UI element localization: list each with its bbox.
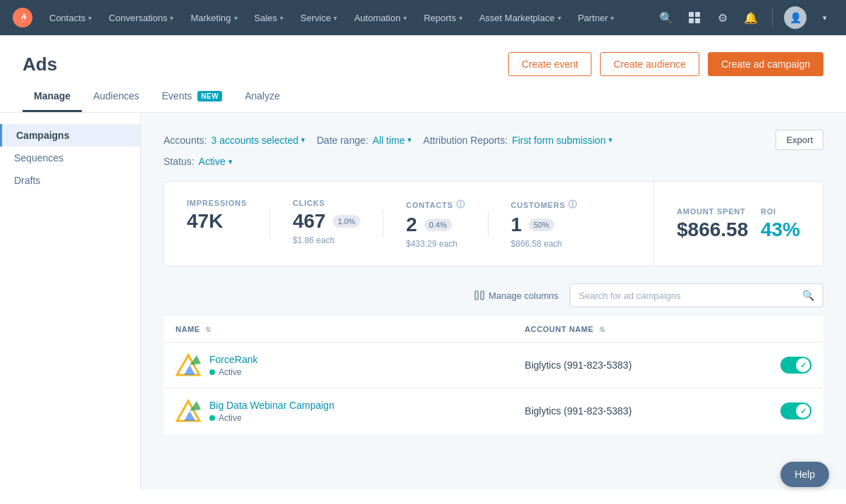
sidebar: Campaigns Sequences Drafts <box>0 113 141 490</box>
table-cell-name-bigdata: Big Data Webinar Campaign Active <box>164 388 514 434</box>
status-filter-button[interactable]: Active ▾ <box>199 156 233 167</box>
stat-amount-spent: AMOUNT SPENT $866.58 <box>677 207 748 241</box>
contacts-info-icon[interactable]: ⓘ <box>456 199 465 211</box>
campaign-name-forcerank[interactable]: ForceRank <box>209 354 257 365</box>
sidebar-item-campaigns[interactable]: Campaigns <box>0 124 140 147</box>
svg-rect-6 <box>481 291 484 300</box>
account-chevron-icon[interactable]: ▾ <box>815 8 835 27</box>
table-cell-account-forcerank: Biglytics (991-823-5383) ✓ <box>513 343 823 388</box>
status-chevron-icon: ▾ <box>228 157 233 166</box>
date-range-filter-button[interactable]: All time ▾ <box>372 135 412 146</box>
page-wrapper: Ads Create event Create audience Create … <box>0 35 846 504</box>
nav-conversations[interactable]: Conversations ▾ <box>102 8 180 27</box>
conversations-chevron-icon: ▾ <box>170 14 173 22</box>
help-button[interactable]: Help <box>780 462 829 487</box>
automation-chevron-icon: ▾ <box>403 14 407 22</box>
status-filter-label: Status: <box>164 156 195 167</box>
hubspot-logo[interactable] <box>11 6 34 29</box>
table-header-name: NAME ⇅ <box>164 316 514 343</box>
create-event-button[interactable]: Create event <box>508 52 591 76</box>
reports-chevron-icon: ▾ <box>459 14 462 22</box>
partner-chevron-icon: ▾ <box>611 14 614 22</box>
top-navigation: Contacts ▾ Conversations ▾ Marketing ▾ S… <box>0 0 846 35</box>
sidebar-item-drafts[interactable]: Drafts <box>0 169 140 192</box>
date-range-filter-label: Date range: <box>317 135 368 146</box>
stats-main: IMPRESSIONS 47K CLICKS 467 1.0% $1.8 <box>164 182 654 266</box>
table-toolbar: Manage columns 🔍 <box>164 283 823 307</box>
tab-audiences[interactable]: Audiences <box>82 82 150 112</box>
create-audience-button[interactable]: Create audience <box>600 52 699 76</box>
header-actions: Create event Create audience Create ad c… <box>508 52 823 76</box>
attribution-filter-button[interactable]: First form submission ▾ <box>512 135 613 146</box>
status-filter: Status: Active ▾ <box>164 156 233 167</box>
settings-icon[interactable]: ⚙ <box>713 8 732 27</box>
table-cell-account-bigdata: Biglytics (991-823-5383) ✓ <box>513 388 823 434</box>
nav-automation[interactable]: Automation ▾ <box>347 8 414 27</box>
campaign-search-input[interactable] <box>570 285 794 307</box>
stat-divider-3 <box>488 210 489 238</box>
stat-divider-1 <box>269 210 270 238</box>
date-range-chevron-icon: ▾ <box>407 135 412 145</box>
stat-divider-2 <box>383 210 384 238</box>
svg-rect-4 <box>695 18 700 23</box>
stats-container: IMPRESSIONS 47K CLICKS 467 1.0% $1.8 <box>164 181 823 266</box>
bigdata-toggle[interactable]: ✓ <box>780 402 811 419</box>
roi-value: 43% <box>761 219 800 241</box>
forcerank-toggle[interactable]: ✓ <box>780 357 811 374</box>
customers-info-icon[interactable]: ⓘ <box>568 199 577 211</box>
attribution-filter-label: Attribution Reports: <box>423 135 508 146</box>
tab-analyze[interactable]: Analyze <box>233 82 291 112</box>
nav-contacts[interactable]: Contacts ▾ <box>42 8 99 27</box>
stat-customers: CUSTOMERS ⓘ 1 50% $866.58 each <box>511 199 577 249</box>
name-sort-icon[interactable]: ⇅ <box>205 326 212 333</box>
svg-point-0 <box>13 8 32 27</box>
contacts-value: 2 <box>406 214 417 236</box>
campaign-name-bigdata[interactable]: Big Data Webinar Campaign <box>209 400 334 411</box>
nav-reports[interactable]: Reports ▾ <box>417 8 470 27</box>
forcerank-status-dot <box>209 369 215 375</box>
svg-rect-5 <box>475 291 478 300</box>
events-new-badge: NEW <box>197 91 222 102</box>
sales-chevron-icon: ▾ <box>280 14 283 22</box>
filters-row-1: Accounts: 3 accounts selected ▾ Date ran… <box>164 130 823 150</box>
campaign-search-button[interactable]: 🔍 <box>794 284 823 307</box>
tab-events[interactable]: Events NEW <box>151 82 234 112</box>
search-icon[interactable]: 🔍 <box>656 8 676 27</box>
accounts-filter-button[interactable]: 3 accounts selected ▾ <box>211 135 305 146</box>
user-avatar[interactable]: 👤 <box>784 6 807 29</box>
sidebar-item-sequences[interactable]: Sequences <box>0 147 140 169</box>
nav-marketing[interactable]: Marketing ▾ <box>183 8 244 27</box>
clicks-badge: 1.0% <box>333 215 360 228</box>
nav-partner[interactable]: Partner ▾ <box>571 8 622 27</box>
nav-asset-marketplace[interactable]: Asset Marketplace ▾ <box>472 8 568 27</box>
nav-service[interactable]: Service ▾ <box>293 8 344 27</box>
tab-manage[interactable]: Manage <box>23 82 82 112</box>
stat-impressions: IMPRESSIONS 47K <box>187 199 247 233</box>
contacts-chevron-icon: ▾ <box>88 14 92 22</box>
attribution-chevron-icon: ▾ <box>608 135 613 145</box>
account-sort-icon[interactable]: ⇅ <box>599 326 606 333</box>
export-button[interactable]: Export <box>776 130 823 150</box>
marketing-chevron-icon: ▾ <box>234 14 238 22</box>
customers-value: 1 <box>511 214 522 236</box>
search-magnifier-icon: 🔍 <box>802 290 814 301</box>
campaign-icon-forcerank <box>176 352 201 378</box>
nav-sales[interactable]: Sales ▾ <box>247 8 291 27</box>
page-header: Ads Create event Create audience Create … <box>0 35 846 76</box>
notifications-icon[interactable]: 🔔 <box>741 8 761 27</box>
contacts-value-row: 2 0.4% <box>406 214 465 236</box>
campaign-search-wrapper: 🔍 <box>570 283 823 307</box>
clicks-label: CLICKS <box>293 199 360 207</box>
marketplace-icon[interactable] <box>685 8 704 27</box>
clicks-sub: $1.86 each <box>293 235 360 245</box>
stat-roi: ROI 43% <box>761 207 800 241</box>
accounts-filter: Accounts: 3 accounts selected ▾ <box>164 135 305 146</box>
campaigns-table: NAME ⇅ ACCOUNT NAME ⇅ <box>164 316 823 434</box>
create-campaign-button[interactable]: Create ad campaign <box>708 52 823 76</box>
accounts-chevron-icon: ▾ <box>301 135 305 145</box>
table-header-account: ACCOUNT NAME ⇅ <box>513 316 823 343</box>
manage-columns-button[interactable]: Manage columns <box>474 290 558 301</box>
customers-value-row: 1 50% <box>511 214 577 236</box>
svg-rect-1 <box>689 12 694 17</box>
impressions-value-row: 47K <box>187 210 247 233</box>
